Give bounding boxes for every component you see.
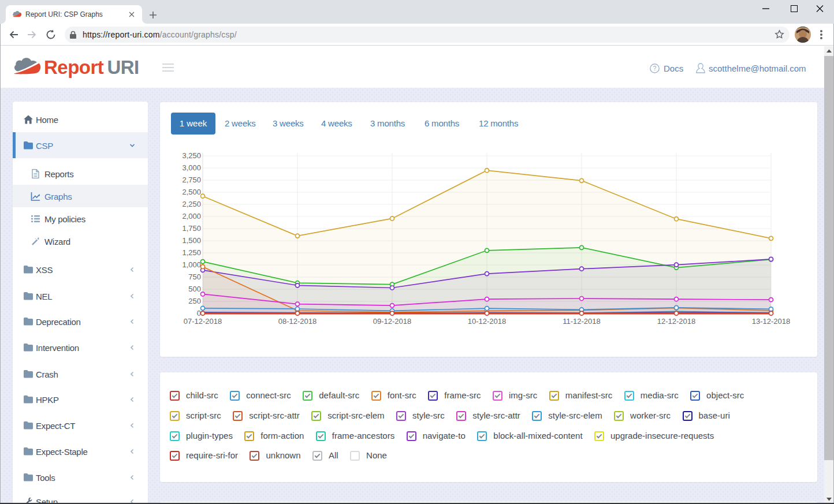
svg-text:09-12-2018: 09-12-2018 [373, 317, 412, 326]
svg-text:3,000: 3,000 [182, 163, 201, 172]
svg-text:3,250: 3,250 [182, 151, 201, 160]
svg-text:500: 500 [188, 285, 201, 293]
svg-text:2,250: 2,250 [182, 200, 201, 208]
svg-text:10-12-2018: 10-12-2018 [468, 317, 507, 326]
svg-text:11-12-2018: 11-12-2018 [563, 317, 601, 326]
svg-text:2,500: 2,500 [182, 188, 201, 196]
svg-text:13-12-2018: 13-12-2018 [752, 317, 791, 326]
svg-text:07-12-2018: 07-12-2018 [184, 317, 222, 326]
svg-text:1,000: 1,000 [182, 260, 201, 269]
svg-text:12-12-2018: 12-12-2018 [657, 317, 696, 326]
svg-text:250: 250 [188, 297, 201, 305]
svg-text:750: 750 [188, 272, 201, 281]
svg-text:1,750: 1,750 [182, 224, 201, 233]
svg-text:08-12-2018: 08-12-2018 [278, 317, 317, 326]
svg-text:1,500: 1,500 [182, 236, 201, 245]
svg-text:?: ? [653, 65, 657, 72]
svg-text:2,750: 2,750 [182, 176, 201, 184]
svg-text:1,250: 1,250 [182, 248, 201, 257]
svg-text:2,000: 2,000 [182, 212, 201, 221]
